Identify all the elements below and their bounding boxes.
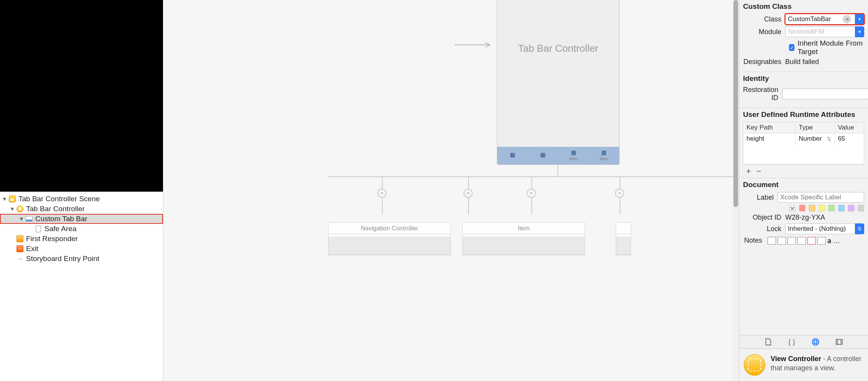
green-swatch[interactable] <box>828 205 835 212</box>
table-row[interactable]: height Number⇅ 65 <box>743 133 864 144</box>
align-justify-icon[interactable] <box>797 237 806 245</box>
file-template-tab-icon[interactable] <box>764 338 772 346</box>
document-outline[interactable]: ▼ Tab Bar Controller Scene ▼ Tab Bar Con… <box>0 192 163 381</box>
module-dropdown-button[interactable]: ▾ <box>855 26 864 37</box>
disclosure-triangle[interactable]: ▼ <box>18 216 25 222</box>
preview-area <box>0 0 163 192</box>
cell-keypath[interactable]: height <box>743 133 796 144</box>
disclosure-triangle[interactable]: ▼ <box>9 206 15 212</box>
disclosure-triangle[interactable]: ▼ <box>2 196 8 202</box>
table-header: Key Path Type Value <box>743 122 864 133</box>
class-input[interactable]: CustomTabBar➜ <box>785 14 855 25</box>
svg-point-1 <box>812 339 819 345</box>
align-center-icon[interactable] <box>778 237 786 245</box>
purple-swatch[interactable] <box>848 205 855 212</box>
tab-bar[interactable]: Item Item <box>497 147 619 164</box>
row-label: Tab Bar Controller <box>26 205 85 213</box>
font-icon[interactable]: a <box>827 236 831 245</box>
label-input[interactable] <box>778 192 864 203</box>
lock-row: Lock Inherited - (Nothing) ⇅ <box>743 223 864 234</box>
first-responder-icon <box>16 235 24 243</box>
lock-dropdown-button[interactable]: ⇅ <box>855 223 864 234</box>
first-responder-row[interactable]: First Responder <box>0 234 163 244</box>
code-snippet-tab-icon[interactable]: { } <box>787 338 796 346</box>
scene-row[interactable]: ▼ Tab Bar Controller Scene <box>0 194 163 204</box>
child-scene[interactable] <box>616 222 631 255</box>
custom-class-section: Custom Class Class CustomTabBar➜ ▾ Modul… <box>739 0 868 72</box>
segue-line <box>328 176 733 177</box>
section-title: User Defined Runtime Attributes <box>743 110 864 119</box>
exit-row[interactable]: → Exit <box>0 244 163 254</box>
cell-value[interactable]: 65 <box>835 133 864 144</box>
more-icon[interactable]: … <box>833 236 840 245</box>
orange-swatch[interactable] <box>809 205 815 212</box>
child-scene[interactable]: Item <box>462 222 585 255</box>
inherit-module-row[interactable]: ✓ Inherit Module From Target <box>789 39 864 56</box>
library-item[interactable]: View Controller - A controller that mana… <box>739 349 868 381</box>
safe-area-row[interactable]: Safe Area <box>0 224 163 234</box>
red-swatch[interactable] <box>799 205 806 212</box>
align-left-icon[interactable] <box>768 237 776 245</box>
segue-node-icon[interactable]: ⚭ <box>527 189 536 198</box>
svg-rect-3 <box>836 340 843 345</box>
object-library-tab-icon[interactable] <box>811 338 820 346</box>
tab-item[interactable] <box>528 147 559 164</box>
remove-attr-button[interactable]: − <box>756 166 761 176</box>
child-scene[interactable]: Navigation Controller <box>328 222 451 255</box>
tab-item[interactable] <box>497 147 528 164</box>
canvas-scrollbar[interactable] <box>733 0 739 381</box>
lock-field[interactable]: Inherited - (Nothing) ⇅ <box>785 223 864 234</box>
table-empty-area[interactable] <box>743 144 864 164</box>
entry-point-row[interactable]: → Storyboard Entry Point <box>0 254 163 264</box>
segue-node-icon[interactable]: ⚭ <box>377 189 386 198</box>
custom-tab-bar-row[interactable]: ▼ Custom Tab Bar <box>0 214 163 224</box>
list-icon[interactable] <box>807 237 816 245</box>
tabbar-controller-scene[interactable]: Tab Bar Controller Item Item <box>497 0 620 165</box>
gray-swatch[interactable] <box>858 205 865 212</box>
label-row: Label <box>743 192 864 203</box>
child-scene-body <box>616 234 631 255</box>
cell-type[interactable]: Number⇅ <box>796 133 835 144</box>
viewcontroller-icon <box>16 205 24 213</box>
designables-row: Designables Build failed <box>743 58 864 66</box>
jump-to-code-icon[interactable]: ➜ <box>843 15 851 23</box>
module-input[interactable]: StrandsBFM <box>785 26 855 37</box>
inherit-checkbox[interactable]: ✓ <box>789 44 794 51</box>
media-library-tab-icon[interactable] <box>835 338 843 346</box>
tab-item[interactable]: Item <box>589 147 620 164</box>
module-field[interactable]: StrandsBFM ▾ <box>785 26 864 37</box>
tab-item[interactable]: Item <box>558 147 589 164</box>
identity-section: Identity Restoration ID <box>739 72 868 108</box>
library-item-text: View Controller - A controller that mana… <box>771 354 863 373</box>
restoration-label: Restoration ID <box>743 86 782 102</box>
outdent-icon[interactable] <box>817 237 826 245</box>
lock-input[interactable]: Inherited - (Nothing) <box>785 223 855 234</box>
child-scene-title: Item <box>463 223 585 234</box>
header-type: Type <box>796 122 835 133</box>
scene-label: Tab Bar Controller Scene <box>18 195 100 203</box>
header-value: Value <box>835 122 864 133</box>
child-scene-body <box>329 234 450 255</box>
entry-arrow-icon <box>455 41 493 50</box>
segue-node-icon[interactable]: ⚭ <box>615 189 624 198</box>
scrollbar-thumb[interactable] <box>733 0 738 207</box>
yellow-swatch[interactable] <box>819 205 825 212</box>
child-scene-body <box>463 234 585 255</box>
add-attr-button[interactable]: + <box>746 166 751 176</box>
restoration-input[interactable] <box>782 89 868 99</box>
class-field[interactable]: CustomTabBar➜ ▾ <box>785 14 864 25</box>
scene-title: Tab Bar Controller <box>497 43 619 54</box>
tab-icon <box>571 151 576 155</box>
runtime-attr-table[interactable]: Key Path Type Value height Number⇅ 65 <box>743 122 864 164</box>
storyboard-canvas[interactable]: Tab Bar Controller Item Item ⚭ ⚭ ⚭ ⚭ Nav… <box>163 0 739 381</box>
stepper-icon[interactable]: ⇅ <box>827 136 831 142</box>
tabbar-controller-row[interactable]: ▼ Tab Bar Controller <box>0 204 163 214</box>
segue-node-icon[interactable]: ⚭ <box>464 189 473 198</box>
spacer <box>9 246 15 252</box>
no-color-swatch[interactable] <box>789 205 796 212</box>
blue-swatch[interactable] <box>838 205 845 212</box>
object-id-row: Object ID W28-zg-YXA <box>743 213 864 222</box>
library-item-name: View Controller <box>771 355 821 363</box>
align-right-icon[interactable] <box>787 237 796 245</box>
class-dropdown-button[interactable]: ▾ <box>855 14 864 25</box>
